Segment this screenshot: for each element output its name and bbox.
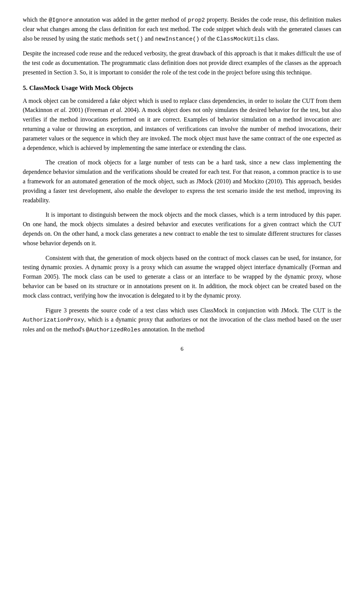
page-number-value: 6 (180, 346, 184, 352)
paragraph-6: Consistent with that, the generation of … (23, 254, 341, 301)
paragraph-5-text: It is important to distinguish between t… (23, 210, 341, 248)
page-number: 6 (23, 346, 341, 352)
paragraph-4-text: The creation of mock objects for a large… (23, 158, 341, 205)
paragraph-6-text: Consistent with that, the generation of … (23, 254, 341, 301)
section-5-heading: 5. ClassMock Usage With Mock Objects (23, 84, 341, 92)
code-newinstance: newInstance() (155, 36, 199, 43)
code-authorizedroles: @AuthorizedRoles (86, 327, 141, 333)
code-prop2: prop2 (188, 17, 205, 24)
paragraph-2-text: Despite the increased code reuse and the… (23, 49, 341, 77)
code-authorizationproxy: AuthorizationProxy (23, 317, 84, 323)
code-classmockutils: ClassMockUtils (217, 36, 264, 43)
code-ignore: @Ignore (49, 17, 72, 24)
paragraph-1: which the @Ignore annotation was added i… (23, 15, 341, 44)
code-set: set() (126, 36, 143, 43)
paragraph-7-text: Figure 3 presents the source code of a t… (23, 306, 341, 334)
paragraph-2: Despite the increased code reuse and the… (23, 49, 341, 77)
paragraph-7: Figure 3 presents the source code of a t… (23, 306, 341, 334)
paragraph-1-text: which the @Ignore annotation was added i… (23, 15, 341, 44)
paragraph-3-text: A mock object can be considered a fake o… (23, 96, 341, 153)
paragraph-4: The creation of mock objects for a large… (23, 158, 341, 205)
page: which the @Ignore annotation was added i… (0, 0, 364, 599)
paragraph-5: It is important to distinguish between t… (23, 210, 341, 248)
paragraph-3: A mock object can be considered a fake o… (23, 96, 341, 153)
